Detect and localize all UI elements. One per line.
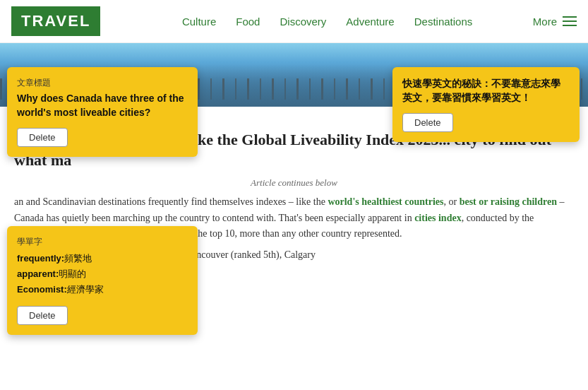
card1-title: Why does Canada have three of the world'…: [17, 92, 188, 119]
card3-label: 學單字: [17, 236, 188, 248]
popup-card-1: 文章標題 Why does Canada have three of the w…: [7, 67, 198, 157]
card2-title: 快速學英文的秘訣：不要靠意志來學英文，要靠習慣來學習英文！: [402, 77, 570, 105]
popup-card-2: 快速學英文的秘訣：不要靠意志來學英文，要靠習慣來學習英文！ Delete: [392, 67, 580, 142]
link-cities[interactable]: cities index: [414, 213, 462, 223]
link-healthiest[interactable]: world's healthiest countries: [328, 196, 443, 207]
main-nav: Culture Food Discovery Adventure Destina…: [121, 16, 532, 28]
site-logo[interactable]: TRAVEL: [11, 6, 100, 36]
nav-destinations[interactable]: Destinations: [414, 16, 473, 28]
hamburger-icon[interactable]: [563, 16, 577, 26]
nav-food[interactable]: Food: [236, 16, 260, 28]
site-header: TRAVEL Culture Food Discovery Adventure …: [0, 0, 588, 43]
card1-label: 文章標題: [17, 77, 188, 89]
card2-delete-button[interactable]: Delete: [402, 113, 453, 132]
nav-adventure[interactable]: Adventure: [346, 16, 394, 28]
card3-delete-button[interactable]: Delete: [17, 306, 68, 325]
nav-culture[interactable]: Culture: [182, 16, 216, 28]
more-label: More: [533, 16, 557, 28]
nav-discovery[interactable]: Discovery: [280, 16, 326, 28]
link-children[interactable]: best or raising children: [460, 196, 557, 207]
card3-vocab: frequently:頻繁地 apparent:明顯的 Economist:經濟…: [17, 251, 188, 297]
article-continues-label: Article continues below: [14, 177, 574, 189]
card1-delete-button[interactable]: Delete: [17, 128, 68, 147]
more-menu[interactable]: More: [533, 16, 577, 28]
popup-card-3: 學單字 frequently:頻繁地 apparent:明顯的 Economis…: [7, 226, 198, 335]
